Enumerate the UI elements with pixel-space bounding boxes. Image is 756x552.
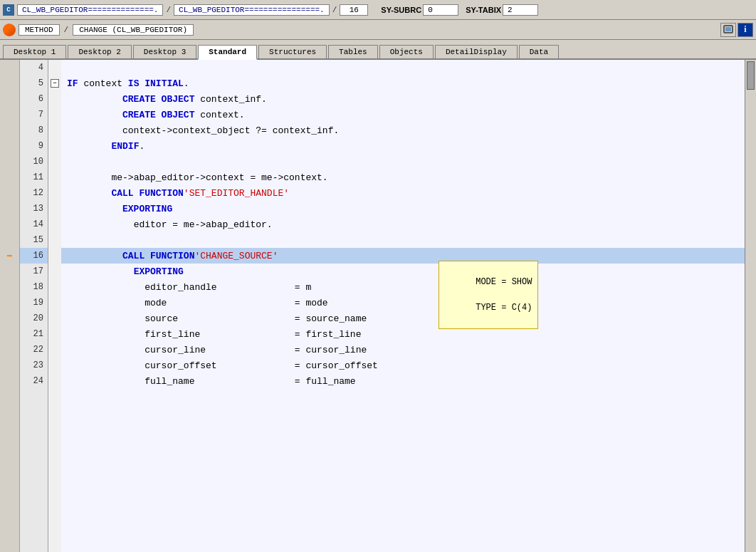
tabs-bar: Desktop 1 Desktop 2 Desktop 3 Standard S…	[0, 40, 756, 60]
collapse-15	[48, 232, 61, 248]
collapse-11	[48, 170, 61, 185]
tab-tables[interactable]: Tables	[328, 45, 378, 58]
collapse-10	[48, 154, 61, 170]
collapse-24	[48, 373, 61, 389]
linenum-23: 23	[20, 358, 48, 373]
code-line-4	[61, 60, 745, 75]
code-line-14: editor = me->abap_editor.	[61, 217, 745, 232]
gutter-14	[0, 217, 19, 232]
left-gutter: ➡	[0, 60, 20, 552]
collapse-19	[48, 295, 61, 311]
linenum-24: 24	[20, 373, 48, 389]
display-icon[interactable]	[720, 23, 736, 37]
sy-subrc-label: SY-SUBRC	[381, 6, 421, 14]
path-sep-1: /	[164, 6, 172, 14]
code-line-7: CREATE OBJECT context.	[61, 107, 745, 123]
tab-structures[interactable]: Structures	[258, 45, 327, 58]
path-segment-2[interactable]: CL_WB_PGEDITOR================.	[174, 4, 330, 16]
app-icon: C	[3, 4, 14, 16]
gutter-4	[0, 60, 19, 75]
gutter-10	[0, 154, 19, 170]
method-label: METHOD	[19, 24, 60, 36]
gutter-13	[0, 201, 19, 217]
collapse-16	[48, 248, 61, 264]
collapse-icon-5[interactable]: −	[51, 79, 59, 88]
linenum-16: 16	[20, 248, 48, 264]
code-line-8: context->context_object ?= context_inf.	[61, 123, 745, 138]
gutter-18	[0, 279, 19, 295]
sy-tabix-value: 2	[503, 4, 538, 16]
linenum-22: 22	[20, 342, 48, 358]
collapse-7	[48, 107, 61, 123]
code-line-12: CALL FUNCTION 'SET_EDITOR_HANDLE'	[61, 185, 745, 201]
gutter-11	[0, 170, 19, 185]
code-line-15	[61, 232, 745, 248]
toolbar-icons: i	[720, 23, 753, 37]
code-line-17: EXPORTING	[61, 264, 745, 279]
tab-desktop2[interactable]: Desktop 2	[68, 45, 131, 58]
linenum-5: 5	[20, 75, 48, 91]
collapse-21	[48, 326, 61, 342]
linenum-14: 14	[20, 217, 48, 232]
path-sep-2: /	[331, 6, 339, 14]
scroll-thumb[interactable]	[747, 61, 755, 90]
breadcrumb-path: CL_WB_PGEDITOR==============. / CL_WB_PG…	[17, 4, 753, 16]
code-line-10	[61, 154, 745, 170]
code-line-23: cursor_offset = cursor_offset	[61, 358, 745, 373]
vertical-scrollbar[interactable]	[745, 60, 756, 552]
info-icon[interactable]: i	[737, 23, 753, 37]
linenum-20: 20	[20, 311, 48, 326]
collapse-5[interactable]: −	[48, 75, 61, 91]
collapse-9	[48, 138, 61, 154]
collapse-8	[48, 123, 61, 138]
gutter-6	[0, 91, 19, 107]
gutter-23	[0, 358, 19, 373]
gutter-9	[0, 138, 19, 154]
object-icon	[3, 24, 16, 36]
hover-tooltip: MODE = SHOW TYPE = C(4)	[439, 261, 538, 329]
sy-subrc-value: 0	[423, 4, 458, 16]
gutter-12	[0, 185, 19, 201]
linenum-19: 19	[20, 295, 48, 311]
collapse-22	[48, 342, 61, 358]
collapse-13	[48, 201, 61, 217]
code-line-21: first_line = first_line	[61, 326, 745, 342]
method-name[interactable]: CHANGE (CL_WB_PGEDITOR)	[73, 24, 194, 36]
path-segment-1[interactable]: CL_WB_PGEDITOR==============.	[17, 4, 163, 16]
tab-objects[interactable]: Objects	[379, 45, 434, 58]
tab-data[interactable]: Data	[519, 45, 559, 58]
linenum-17: 17	[20, 264, 48, 279]
gutter-20	[0, 311, 19, 326]
gutter-24	[0, 373, 19, 389]
gutter-21	[0, 326, 19, 342]
linenum-4: 4	[20, 60, 48, 75]
code-line-9: ENDIF.	[61, 138, 745, 154]
collapse-4	[48, 60, 61, 75]
current-line-arrow: ➡	[0, 248, 19, 264]
tooltip-line2: TYPE = C(4)	[476, 303, 532, 313]
collapse-20	[48, 311, 61, 326]
tab-desktop1[interactable]: Desktop 1	[3, 45, 66, 58]
tab-standard[interactable]: Standard	[198, 45, 257, 60]
linenum-15: 15	[20, 232, 48, 248]
method-sep: /	[63, 26, 70, 34]
code-editor[interactable]: IF context IS INITIAL. CREATE OBJECT con…	[61, 60, 745, 552]
tab-desktop3[interactable]: Desktop 3	[133, 45, 196, 58]
collapse-column: −	[48, 60, 61, 552]
top-toolbar: C CL_WB_PGEDITOR==============. / CL_WB_…	[0, 0, 756, 20]
gutter-17	[0, 264, 19, 279]
tab-detaildisplay[interactable]: DetailDisplay	[435, 45, 518, 58]
gutter-7	[0, 107, 19, 123]
linenum-7: 7	[20, 107, 48, 123]
code-line-19: mode = mode	[61, 295, 745, 311]
collapse-18	[48, 279, 61, 295]
line-number-display[interactable]: 16	[340, 4, 368, 16]
gutter-15	[0, 232, 19, 248]
linenum-21: 21	[20, 326, 48, 342]
linenum-6: 6	[20, 91, 48, 107]
main-area: ➡ 4 5 6 7 8 9 10 11 12 13 14 15 16 17 18…	[0, 60, 756, 552]
linenum-9: 9	[20, 138, 48, 154]
sy-tabix-label: SY-TABIX	[466, 6, 501, 14]
svg-rect-1	[725, 27, 731, 31]
code-line-22: cursor_line = cursor_line	[61, 342, 745, 358]
